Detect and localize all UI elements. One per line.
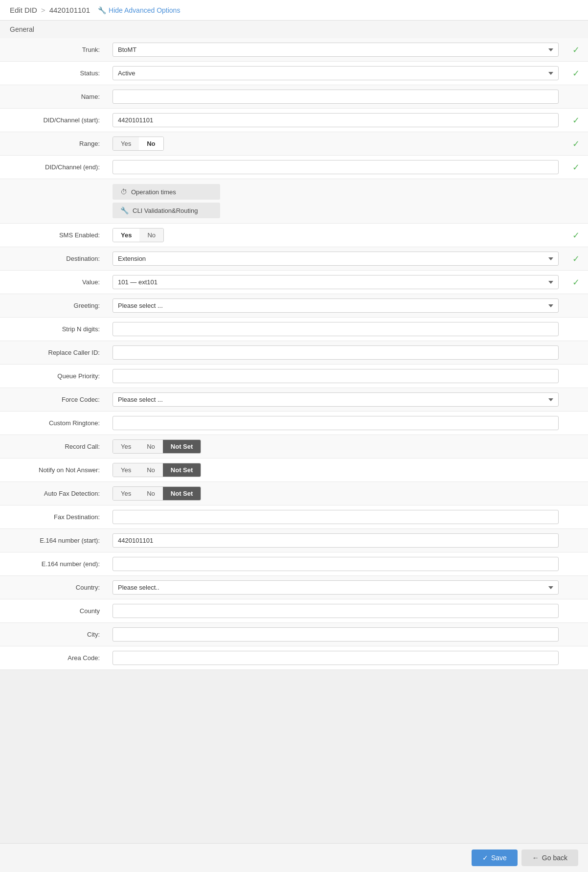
e164-end-input[interactable]: [113, 557, 559, 571]
trunk-row: Trunk: BtoMT ✓: [0, 38, 588, 62]
sms-yes-button[interactable]: Yes: [113, 229, 139, 242]
value-valid-icon: ✓: [572, 277, 580, 288]
clock-icon: ⏱: [120, 188, 127, 196]
hide-advanced-button[interactable]: 🔧 Hide Advanced Options: [98, 6, 180, 14]
destination-label: Destination:: [0, 250, 108, 267]
e164-start-input[interactable]: [113, 533, 559, 548]
replace-caller-label: Replace Caller ID:: [0, 344, 108, 361]
destination-select[interactable]: Extension IVR Ring Group Voicemail: [113, 252, 559, 266]
greeting-select[interactable]: Please select ...: [113, 298, 559, 313]
sms-no-button[interactable]: No: [139, 229, 163, 242]
status-select[interactable]: Active Inactive: [113, 66, 559, 80]
cli-validation-label: CLI Validation&Routing: [133, 207, 198, 214]
auto-fax-toggle-group: Yes No Not Set: [113, 486, 201, 501]
cli-validation-button[interactable]: 🔧 CLI Validation&Routing: [113, 203, 220, 218]
value-select[interactable]: 101 — ext101: [113, 275, 559, 289]
custom-ringtone-label: Custom Ringtone:: [0, 414, 108, 432]
auto-fax-no-button[interactable]: No: [139, 487, 163, 500]
value-row: Value: 101 — ext101 ✓: [0, 271, 588, 294]
general-section-label: General: [0, 21, 588, 38]
greeting-label: Greeting:: [0, 297, 108, 314]
queue-priority-label: Queue Priority:: [0, 367, 108, 385]
op-buttons-row: ⏱ Operation times 🔧 CLI Validation&Routi…: [0, 179, 588, 224]
name-input-cell: [108, 86, 564, 108]
county-input[interactable]: [113, 604, 559, 618]
record-call-no-button[interactable]: No: [139, 440, 163, 453]
destination-check: ✓: [564, 253, 588, 264]
record-call-input-cell: Yes No Not Set: [108, 436, 564, 458]
country-label: Country:: [0, 579, 108, 596]
did-end-check: ✓: [564, 162, 588, 173]
city-label: City:: [0, 626, 108, 643]
fax-destination-label: Fax Destination:: [0, 508, 108, 526]
page-header: Edit DID > 4420101101 🔧 Hide Advanced Op…: [0, 0, 588, 21]
strip-n-row: Strip N digits:: [0, 318, 588, 341]
strip-n-input-cell: [108, 318, 564, 340]
sms-toggle-group: Yes No: [113, 228, 164, 242]
city-input-cell: [108, 623, 564, 645]
did-end-input[interactable]: [113, 160, 559, 174]
status-row: Status: Active Inactive ✓: [0, 62, 588, 85]
range-toggle-group: Yes No: [113, 137, 164, 151]
queue-priority-input-cell: [108, 365, 564, 387]
name-label: Name:: [0, 88, 108, 105]
record-call-not-set-button[interactable]: Not Set: [163, 440, 201, 453]
notify-yes-button[interactable]: Yes: [113, 463, 139, 477]
custom-ringtone-input[interactable]: [113, 416, 559, 430]
e164-end-row: E.164 number (end):: [0, 552, 588, 576]
strip-n-input[interactable]: [113, 322, 559, 336]
destination-input-cell: Extension IVR Ring Group Voicemail: [108, 248, 564, 270]
fax-destination-input-cell: [108, 506, 564, 528]
area-code-input[interactable]: [113, 651, 559, 665]
city-input[interactable]: [113, 627, 559, 642]
fax-destination-input[interactable]: [113, 510, 559, 524]
auto-fax-input-cell: Yes No Not Set: [108, 482, 564, 505]
notify-not-answer-label: Notify on Not Answer:: [0, 461, 108, 479]
go-back-button[interactable]: ← Go back: [521, 849, 578, 866]
trunk-select[interactable]: BtoMT: [113, 43, 559, 57]
force-codec-select[interactable]: Please select ...: [113, 392, 559, 407]
area-code-row: Area Code:: [0, 646, 588, 670]
trunk-input-cell: BtoMT: [108, 39, 564, 61]
value-check: ✓: [564, 277, 588, 288]
did-start-input-cell: [108, 109, 564, 131]
notify-no-button[interactable]: No: [139, 463, 163, 477]
city-row: City:: [0, 623, 588, 646]
operation-times-button[interactable]: ⏱ Operation times: [113, 184, 220, 200]
did-end-input-cell: [108, 156, 564, 178]
replace-caller-row: Replace Caller ID:: [0, 341, 588, 365]
range-yes-button[interactable]: Yes: [113, 137, 139, 150]
status-input-cell: Active Inactive: [108, 62, 564, 84]
auto-fax-yes-button[interactable]: Yes: [113, 487, 139, 500]
e164-start-input-cell: [108, 529, 564, 551]
destination-valid-icon: ✓: [572, 253, 580, 264]
county-input-cell: [108, 600, 564, 622]
notify-not-set-button[interactable]: Not Set: [163, 463, 201, 477]
did-start-label: DID/Channel (start):: [0, 112, 108, 129]
notify-not-answer-input-cell: Yes No Not Set: [108, 459, 564, 481]
did-end-label: DID/Channel (end):: [0, 159, 108, 176]
save-button[interactable]: ✓ Save: [472, 849, 518, 866]
area-code-input-cell: [108, 647, 564, 669]
wrench-small-icon: 🔧: [120, 207, 129, 214]
record-call-row: Record Call: Yes No Not Set: [0, 435, 588, 459]
wrench-icon: 🔧: [98, 6, 106, 14]
queue-priority-input[interactable]: [113, 369, 559, 383]
footer-bar: ✓ Save ← Go back: [0, 843, 588, 872]
auto-fax-not-set-button[interactable]: Not Set: [163, 487, 201, 500]
trunk-check: ✓: [564, 45, 588, 55]
name-input[interactable]: [113, 90, 559, 104]
sms-enabled-row: SMS Enabled: Yes No ✓: [0, 224, 588, 247]
record-call-yes-button[interactable]: Yes: [113, 440, 139, 453]
op-buttons-empty-label: [0, 196, 108, 206]
strip-n-label: Strip N digits:: [0, 321, 108, 338]
op-buttons-cell: ⏱ Operation times 🔧 CLI Validation&Routi…: [108, 179, 225, 223]
range-no-button[interactable]: No: [139, 137, 163, 150]
sms-check: ✓: [564, 230, 588, 241]
replace-caller-input[interactable]: [113, 345, 559, 360]
value-input-cell: 101 — ext101: [108, 271, 564, 293]
range-check: ✓: [564, 138, 588, 149]
save-check-icon: ✓: [482, 854, 488, 862]
country-select[interactable]: Please select..: [113, 580, 559, 595]
did-start-input[interactable]: [113, 113, 559, 127]
